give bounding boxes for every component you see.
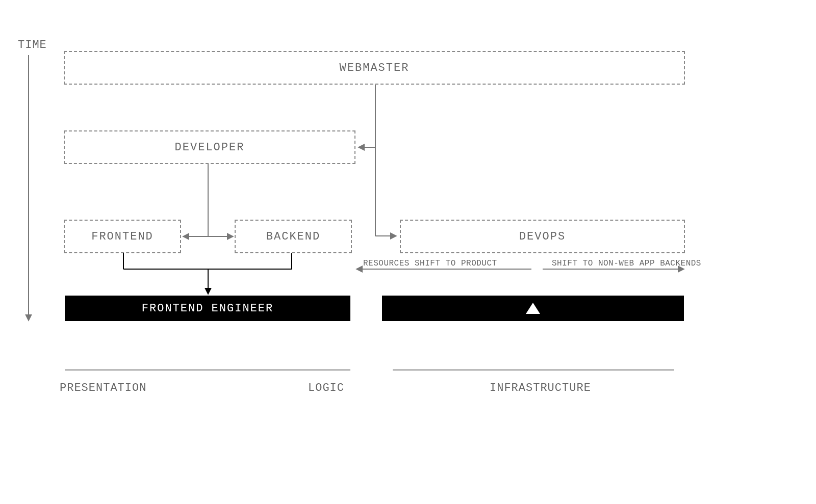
webmaster-label: WEBMASTER [340,62,410,74]
infrastructure-label: INFRASTRUCTURE [490,382,591,394]
presentation-label: PRESENTATION [60,382,146,394]
shift-product-label: RESOURCES SHIFT TO PRODUCT [363,259,497,268]
vercel-box [382,296,684,321]
frontend-engineer-label: FRONTEND ENGINEER [142,302,273,315]
devops-label: DEVOPS [519,230,566,243]
frontend-engineer-box: FRONTEND ENGINEER [65,296,350,321]
webmaster-box: WEBMASTER [64,51,685,85]
developer-box: DEVELOPER [64,130,355,164]
frontend-label: FRONTEND [91,230,154,243]
vercel-triangle-icon [526,303,540,314]
backend-box: BACKEND [235,220,352,253]
diagram-root: TIME WEB [0,0,816,504]
time-axis-label: TIME [18,39,47,51]
category-rule-left [65,369,350,370]
category-rule-right [393,369,674,370]
frontend-box: FRONTEND [64,220,181,253]
devops-box: DEVOPS [400,220,685,253]
shift-backends-label: SHIFT TO NON-WEB APP BACKENDS [552,259,701,268]
logic-label: LOGIC [308,382,344,394]
backend-label: BACKEND [266,230,320,243]
developer-label: DEVELOPER [175,141,245,154]
